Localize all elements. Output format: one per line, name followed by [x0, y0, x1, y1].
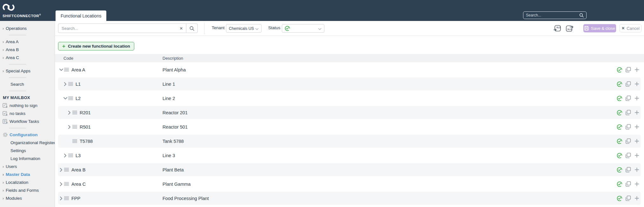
table-row[interactable]: FPP Food Processing Plant — [55, 191, 644, 205]
row-code: FPP — [71, 196, 80, 201]
drag-handle-icon[interactable] — [64, 68, 69, 72]
table-row[interactable]: Area B Plant Beta — [55, 163, 644, 177]
sidebar-item-label: Area C — [6, 55, 19, 60]
status-dropdown[interactable] — [282, 24, 324, 33]
approved-check-icon[interactable] — [617, 124, 622, 130]
row-description: Line 2 — [163, 96, 175, 101]
duplicate-icon[interactable] — [625, 196, 631, 201]
row-code: T5788 — [80, 139, 93, 144]
table-row[interactable]: Area C Plant Gamma — [55, 177, 644, 191]
drag-handle-icon[interactable] — [72, 125, 77, 129]
add-child-icon[interactable] — [634, 124, 640, 130]
tree-expand-icon[interactable] — [59, 197, 63, 200]
tree-collapse-icon[interactable] — [59, 69, 63, 71]
duplicate-icon[interactable] — [625, 110, 631, 116]
duplicate-icon[interactable] — [625, 167, 631, 173]
add-child-icon[interactable] — [634, 153, 640, 158]
add-child-icon[interactable] — [634, 181, 640, 187]
approved-check-icon[interactable] — [617, 196, 622, 201]
drag-handle-icon[interactable] — [64, 182, 69, 186]
approved-check-icon[interactable] — [617, 153, 622, 158]
approved-check-icon[interactable] — [617, 181, 622, 187]
tree-expand-icon[interactable] — [63, 82, 68, 86]
table-search-input[interactable] — [58, 26, 176, 31]
sidebar-item-settings[interactable]: Settings — [0, 147, 55, 155]
duplicate-icon[interactable] — [625, 138, 631, 144]
row-description: Reactor 501 — [163, 124, 188, 130]
drag-handle-icon[interactable] — [68, 153, 73, 157]
drag-handle-icon[interactable] — [72, 139, 77, 143]
sidebar-item-localization[interactable]: › Localization — [0, 178, 55, 186]
row-code: R201 — [80, 110, 91, 115]
tree-expand-icon[interactable] — [59, 182, 63, 186]
create-functional-location-button[interactable]: + Create new functional location — [58, 42, 134, 50]
add-child-icon[interactable] — [634, 138, 640, 144]
add-child-icon[interactable] — [634, 96, 640, 101]
add-child-icon[interactable] — [634, 67, 640, 73]
table-row[interactable]: L1 Line 1 — [55, 77, 644, 91]
sidebar-item-operations[interactable]: › Operations — [0, 24, 55, 32]
approved-check-icon[interactable] — [617, 96, 622, 101]
tree-collapse-icon[interactable] — [63, 97, 68, 100]
duplicate-icon[interactable] — [625, 153, 631, 158]
drag-handle-icon[interactable] — [64, 196, 69, 200]
tree-expand-icon[interactable] — [67, 125, 72, 129]
sidebar-item-workflow-tasks[interactable]: Workflow Tasks — [0, 117, 55, 125]
row-description: Food Processing Plant — [163, 196, 209, 201]
sidebar-item-users[interactable]: › Users — [0, 163, 55, 170]
xls-import-icon[interactable]: XLS — [553, 24, 561, 33]
add-child-icon[interactable] — [634, 196, 640, 201]
sidebar-item-area-c[interactable]: › Area C — [0, 54, 55, 62]
approved-check-icon[interactable] — [617, 67, 622, 73]
sidebar-item-special-apps[interactable]: › Special Apps — [0, 67, 55, 75]
sidebar-item-modules[interactable]: › Modules — [0, 194, 55, 202]
duplicate-icon[interactable] — [625, 181, 631, 187]
sidebar-item-log-information[interactable]: Log Information — [0, 155, 55, 163]
sidebar-item-fields-and-forms[interactable]: › Fields and Forms — [0, 186, 55, 194]
sidebar-item-organizational-register[interactable]: Organizational Register — [0, 139, 55, 147]
sidebar-item-master-data[interactable]: › Master Data — [0, 170, 55, 178]
tree-expand-icon[interactable] — [59, 168, 63, 172]
approved-check-icon[interactable] — [617, 110, 622, 116]
approved-check-icon[interactable] — [617, 81, 622, 87]
sidebar-item-nothing-to-sign[interactable]: nothing to sign — [0, 102, 55, 110]
duplicate-icon[interactable] — [625, 81, 631, 87]
sidebar-item-configuration[interactable]: Configuration — [0, 131, 55, 139]
clear-x-icon[interactable]: ✕ — [176, 24, 186, 33]
approved-check-icon[interactable] — [617, 167, 622, 173]
drag-handle-icon[interactable] — [68, 96, 73, 100]
duplicate-icon[interactable] — [625, 67, 631, 73]
approved-check-icon[interactable] — [617, 138, 622, 144]
tab-functional-locations[interactable]: Functional Locations — [56, 10, 106, 21]
global-search-input[interactable] — [526, 13, 579, 17]
table-row[interactable]: Area A Plant Alpha — [55, 63, 644, 77]
cancel-button[interactable]: ✕ Cancel — [620, 24, 641, 32]
table-search-box[interactable]: ✕ — [58, 23, 198, 33]
tenant-dropdown[interactable]: Chemicals USA — [226, 24, 262, 33]
search-icon[interactable] — [579, 13, 584, 17]
add-child-icon[interactable] — [634, 81, 640, 87]
sidebar-item-area-b[interactable]: › Area B — [0, 46, 55, 54]
add-child-icon[interactable] — [634, 110, 640, 116]
table-row[interactable]: R201 Reactor 201 — [55, 105, 644, 120]
duplicate-icon[interactable] — [625, 96, 631, 101]
tree-expand-icon[interactable] — [67, 111, 72, 115]
table-row[interactable]: T5788 Tank 5788 — [55, 134, 644, 148]
tree-expand-icon[interactable] — [63, 154, 68, 157]
table-row[interactable]: R501 Reactor 501 — [55, 120, 644, 134]
global-search-box[interactable] — [523, 11, 587, 19]
table-header: Code Description — [55, 54, 644, 62]
sidebar-item-no-tasks[interactable]: no tasks — [0, 110, 55, 117]
xls-export-icon[interactable]: XLS — [565, 24, 574, 33]
drag-handle-icon[interactable] — [64, 168, 69, 172]
drag-handle-icon[interactable] — [68, 82, 73, 86]
add-child-icon[interactable] — [634, 167, 640, 173]
duplicate-icon[interactable] — [625, 124, 631, 130]
sidebar-item-area-a[interactable]: › Area A — [0, 38, 55, 46]
drag-handle-icon[interactable] — [72, 110, 77, 115]
table-row[interactable]: L3 Line 3 — [55, 148, 644, 163]
table-row[interactable]: L2 Line 2 — [55, 91, 644, 105]
search-icon[interactable] — [186, 24, 197, 33]
sidebar-item-search[interactable]: Search — [0, 80, 55, 88]
save-and-close-button[interactable]: Save & close — [583, 24, 616, 32]
